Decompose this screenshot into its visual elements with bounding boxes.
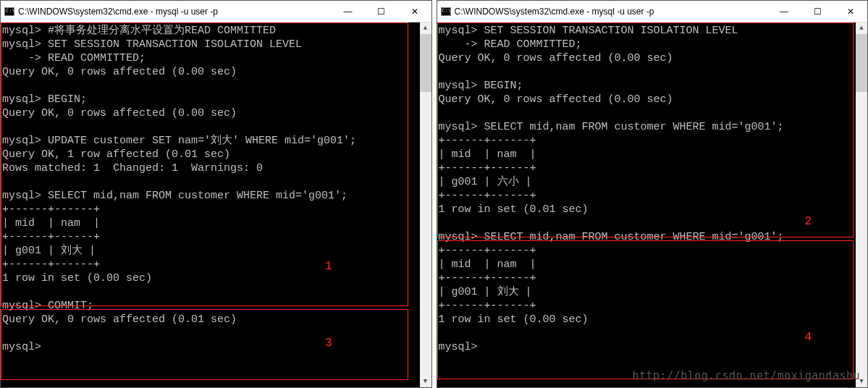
annotation-label-2: 2	[805, 215, 812, 229]
scroll-up-icon[interactable]: ▲	[420, 22, 431, 34]
terminal-line: mysql> SET SESSION TRANSACTION ISOLATION…	[437, 24, 867, 38]
terminal-line: +------+------+	[1, 258, 430, 271]
watermark: http://blog.csdn.net/moxigandashu	[632, 369, 860, 383]
terminal-line	[1, 175, 430, 189]
terminal-line: mysql>	[1, 340, 430, 354]
terminal-line	[437, 326, 867, 340]
cmd-icon	[437, 7, 455, 16]
terminal-line: +------+------+	[437, 271, 867, 285]
terminal-line: +------+------+	[437, 161, 867, 175]
terminal-line	[1, 326, 430, 340]
close-button[interactable]: ✕	[834, 1, 867, 22]
minimize-button[interactable]: —	[767, 1, 801, 22]
scroll-up-icon[interactable]: ▲	[856, 22, 867, 34]
minimize-button[interactable]: —	[332, 1, 365, 22]
annotation-label-4: 4	[805, 331, 812, 345]
terminal-line: +------+------+	[437, 244, 867, 258]
terminal-line: mysql> COMMIT;	[1, 299, 430, 313]
terminal-line: +------+------+	[1, 203, 430, 216]
scrollbar-left[interactable]: ▲ ▼	[420, 22, 431, 387]
terminal-line: mysql> UPDATE customer SET nam='刘大' WHER…	[1, 134, 430, 148]
terminal-line: -> READ COMMITTED;	[437, 38, 867, 51]
terminal-line: +------+------+	[1, 230, 430, 244]
terminal-line: | g001 | 刘大 |	[1, 244, 430, 258]
terminal-line: | mid | nam |	[437, 148, 867, 161]
scroll-down-icon[interactable]: ▼	[420, 376, 431, 387]
terminal-line: +------+------+	[437, 189, 867, 203]
terminal-line: mysql> SELECT mid,nam FROM customer WHER…	[1, 189, 430, 203]
terminal-line: | mid | nam |	[1, 216, 430, 230]
terminal-line: 1 row in set (0.00 sec)	[1, 271, 430, 285]
terminal-line: +------+------+	[437, 299, 867, 313]
titlebar-right[interactable]: C:\WINDOWS\system32\cmd.exe - mysql -u u…	[437, 1, 868, 22]
terminal-line: mysql> SET SESSION TRANSACTION ISOLATION…	[1, 38, 430, 51]
annotation-label-1: 1	[325, 260, 332, 274]
scroll-thumb[interactable]	[856, 34, 867, 92]
cmd-icon	[1, 7, 18, 16]
terminal-right[interactable]: mysql> SET SESSION TRANSACTION ISOLATION…	[437, 22, 868, 387]
terminal-line: -> READ COMMITTED;	[1, 51, 430, 65]
annotation-label-3: 3	[325, 337, 332, 350]
terminal-line: mysql> BEGIN;	[1, 93, 430, 106]
scroll-thumb[interactable]	[420, 34, 431, 92]
terminal-line: | mid | nam |	[437, 258, 867, 271]
cmd-window-right: C:\WINDOWS\system32\cmd.exe - mysql -u u…	[437, 0, 869, 388]
terminal-line: Query OK, 0 rows affected (0.00 sec)	[437, 93, 867, 106]
maximize-button[interactable]: ☐	[365, 1, 398, 22]
cmd-window-left: C:\WINDOWS\system32\cmd.exe - mysql -u u…	[0, 0, 432, 388]
terminal-line	[1, 120, 430, 134]
terminal-line	[437, 106, 867, 120]
terminal-line: mysql> BEGIN;	[437, 79, 867, 93]
terminal-line: mysql> #将事务处理分离水平设置为READ COMMITTED	[1, 24, 430, 38]
terminal-line: Query OK, 0 rows affected (0.00 sec)	[437, 51, 867, 65]
terminal-line: Query OK, 0 rows affected (0.00 sec)	[1, 65, 430, 79]
terminal-line: | g001 | 六小 |	[437, 175, 867, 189]
maximize-button[interactable]: ☐	[801, 1, 834, 22]
terminal-line	[437, 65, 867, 79]
terminal-line: mysql> SELECT mid,nam FROM customer WHER…	[437, 120, 867, 134]
terminal-line: Rows matched: 1 Changed: 1 Warnings: 0	[1, 161, 430, 175]
terminal-line: +------+------+	[437, 134, 867, 148]
titlebar-left[interactable]: C:\WINDOWS\system32\cmd.exe - mysql -u u…	[1, 1, 431, 22]
terminal-line: mysql>	[437, 340, 867, 354]
terminal-line: 1 row in set (0.01 sec)	[437, 203, 867, 216]
terminal-line	[1, 285, 430, 299]
terminal-line: 1 row in set (0.00 sec)	[437, 313, 867, 326]
terminal-line: Query OK, 1 row affected (0.01 sec)	[1, 148, 430, 161]
terminal-line: Query OK, 0 rows affected (0.01 sec)	[1, 313, 430, 326]
terminal-left[interactable]: mysql> #将事务处理分离水平设置为READ COMMITTEDmysql>…	[1, 22, 431, 387]
close-button[interactable]: ✕	[398, 1, 431, 22]
terminal-line	[437, 216, 867, 230]
terminal-line: | g001 | 刘大 |	[437, 285, 867, 299]
terminal-line: mysql> SELECT mid,nam FROM customer WHER…	[437, 230, 867, 244]
scrollbar-right[interactable]: ▲ ▼	[856, 22, 867, 387]
window-title-right: C:\WINDOWS\system32\cmd.exe - mysql -u u…	[455, 7, 768, 17]
terminal-line	[1, 79, 430, 93]
window-title-left: C:\WINDOWS\system32\cmd.exe - mysql -u u…	[18, 7, 332, 17]
terminal-line: Query OK, 0 rows affected (0.00 sec)	[1, 106, 430, 120]
